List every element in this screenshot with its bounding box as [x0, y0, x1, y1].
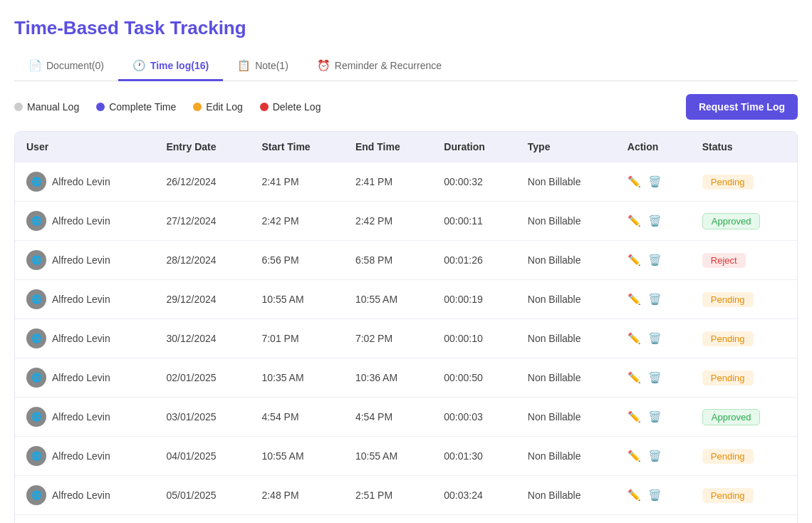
edit-dot	[193, 103, 202, 111]
legend-delete-label: Delete Log	[273, 101, 321, 113]
cell-action-1: ✏️ 🗑️	[616, 202, 691, 241]
edit-icon-8[interactable]: ✏️	[628, 489, 641, 502]
col-header-status: Status	[691, 132, 797, 162]
cell-status-2: Reject	[691, 241, 797, 280]
delete-icon-8[interactable]: 🗑️	[648, 489, 662, 502]
cell-entry-date-9: 06/12/2025	[155, 515, 250, 524]
cell-action-8: ✏️ 🗑️	[616, 476, 691, 515]
user-avatar-7: 🌐	[26, 446, 46, 466]
table-row: 🌐 Alfredo Levin 06/12/2025 10:55 AM 10:5…	[15, 515, 797, 524]
status-badge-7: Pending	[702, 449, 754, 464]
table-header-row: User Entry Date Start Time End Time Dura…	[15, 132, 797, 162]
cell-action-5: ✏️ 🗑️	[616, 358, 691, 398]
cell-status-8: Pending	[691, 476, 797, 515]
edit-icon-4[interactable]: ✏️	[628, 332, 641, 345]
delete-icon-1[interactable]: 🗑️	[648, 214, 662, 227]
cell-start-time-6: 4:54 PM	[250, 398, 344, 437]
tab-document-label: Document(0)	[46, 60, 104, 71]
table-row: 🌐 Alfredo Levin 28/12/2024 6:56 PM 6:58 …	[15, 241, 797, 280]
tab-note-label: Note(1)	[255, 60, 288, 71]
edit-icon-2[interactable]: ✏️	[628, 254, 641, 266]
cell-type-5: Non Billable	[516, 358, 616, 398]
cell-type-3: Non Billable	[516, 280, 616, 319]
tab-bar: 📄 Document(0) 🕐 Time log(16) 📋 Note(1) ⏰…	[14, 52, 798, 81]
cell-action-6: ✏️ 🗑️	[616, 398, 691, 437]
cell-entry-date-2: 28/12/2024	[155, 241, 250, 280]
user-name-3: Alfredo Levin	[52, 294, 110, 305]
cell-type-2: Non Billable	[516, 241, 616, 280]
delete-icon-2[interactable]: 🗑️	[648, 254, 662, 266]
legend-manual: Manual Log	[14, 101, 79, 113]
delete-icon-6[interactable]: 🗑️	[648, 410, 662, 423]
cell-end-time-8: 2:51 PM	[344, 476, 432, 515]
table-row: 🌐 Alfredo Levin 26/12/2024 2:41 PM 2:41 …	[15, 162, 797, 202]
tab-note[interactable]: 📋 Note(1)	[223, 52, 303, 81]
cell-status-7: Pending	[691, 437, 797, 476]
user-name-7: Alfredo Levin	[52, 450, 110, 462]
cell-duration-9: 00:00:19	[432, 515, 516, 524]
edit-icon-1[interactable]: ✏️	[628, 214, 641, 227]
user-name-0: Alfredo Levin	[52, 176, 110, 187]
cell-start-time-3: 10:55 AM	[250, 280, 344, 319]
tab-reminder[interactable]: ⏰ Reminder & Recurrence	[303, 52, 456, 81]
col-header-type: Type	[516, 132, 616, 162]
note-icon: 📋	[237, 59, 251, 72]
cell-entry-date-4: 30/12/2024	[155, 319, 250, 358]
legend-delete: Delete Log	[260, 101, 321, 113]
cell-status-5: Pending	[691, 358, 797, 398]
cell-duration-6: 00:00:03	[432, 398, 516, 437]
cell-user-6: 🌐 Alfredo Levin	[15, 398, 155, 437]
tab-document[interactable]: 📄 Document(0)	[14, 52, 118, 81]
cell-entry-date-6: 03/01/2025	[155, 398, 250, 437]
col-header-user: User	[15, 132, 155, 162]
cell-end-time-9: 10:55 AM	[344, 515, 432, 524]
request-time-log-button[interactable]: Request Time Log	[686, 94, 798, 120]
delete-icon-5[interactable]: 🗑️	[648, 371, 662, 384]
edit-icon-7[interactable]: ✏️	[628, 450, 641, 462]
cell-duration-8: 00:03:24	[432, 476, 516, 515]
status-badge-3: Pending	[702, 292, 754, 307]
edit-icon-5[interactable]: ✏️	[628, 371, 641, 384]
cell-type-7: Non Billable	[516, 437, 616, 476]
edit-icon-0[interactable]: ✏️	[628, 175, 641, 188]
table-row: 🌐 Alfredo Levin 02/01/2025 10:35 AM 10:3…	[15, 358, 797, 398]
cell-entry-date-3: 29/12/2024	[155, 280, 250, 319]
cell-user-0: 🌐 Alfredo Levin	[15, 162, 155, 202]
cell-end-time-6: 4:54 PM	[344, 398, 432, 437]
cell-status-6: Approved	[691, 398, 797, 437]
tab-timelog-label: Time log(16)	[150, 60, 209, 71]
cell-duration-4: 00:00:10	[432, 319, 516, 358]
cell-type-4: Non Billable	[516, 319, 616, 358]
cell-type-6: Non Billable	[516, 398, 616, 437]
tab-timelog[interactable]: 🕐 Time log(16)	[118, 52, 223, 81]
cell-status-3: Pending	[691, 280, 797, 319]
user-avatar-3: 🌐	[26, 289, 46, 309]
edit-icon-6[interactable]: ✏️	[628, 410, 641, 423]
cell-action-7: ✏️ 🗑️	[616, 437, 691, 476]
cell-action-3: ✏️ 🗑️	[616, 280, 691, 319]
delete-icon-3[interactable]: 🗑️	[648, 293, 662, 306]
delete-icon-7[interactable]: 🗑️	[648, 450, 662, 462]
cell-entry-date-8: 05/01/2025	[155, 476, 250, 515]
cell-start-time-1: 2:42 PM	[250, 202, 344, 241]
cell-status-0: Pending	[691, 162, 797, 202]
user-name-1: Alfredo Levin	[52, 215, 110, 227]
cell-end-time-4: 7:02 PM	[344, 319, 432, 358]
table-row: 🌐 Alfredo Levin 29/12/2024 10:55 AM 10:5…	[15, 280, 797, 319]
user-avatar-6: 🌐	[26, 407, 46, 427]
delete-icon-4[interactable]: 🗑️	[648, 332, 662, 345]
cell-duration-1: 00:00:11	[432, 202, 516, 241]
cell-duration-0: 00:00:32	[432, 162, 516, 202]
col-header-start-time: Start Time	[250, 132, 344, 162]
user-avatar-4: 🌐	[26, 328, 46, 348]
cell-duration-3: 00:00:19	[432, 280, 516, 319]
delete-icon-0[interactable]: 🗑️	[648, 175, 662, 188]
user-name-2: Alfredo Levin	[52, 254, 110, 266]
timelog-icon: 🕐	[132, 59, 146, 72]
cell-type-0: Non Billable	[516, 162, 616, 202]
cell-entry-date-0: 26/12/2024	[155, 162, 250, 202]
cell-user-5: 🌐 Alfredo Levin	[15, 358, 155, 398]
user-name-8: Alfredo Levin	[52, 490, 110, 501]
cell-end-time-3: 10:55 AM	[344, 280, 432, 319]
edit-icon-3[interactable]: ✏️	[628, 293, 641, 306]
